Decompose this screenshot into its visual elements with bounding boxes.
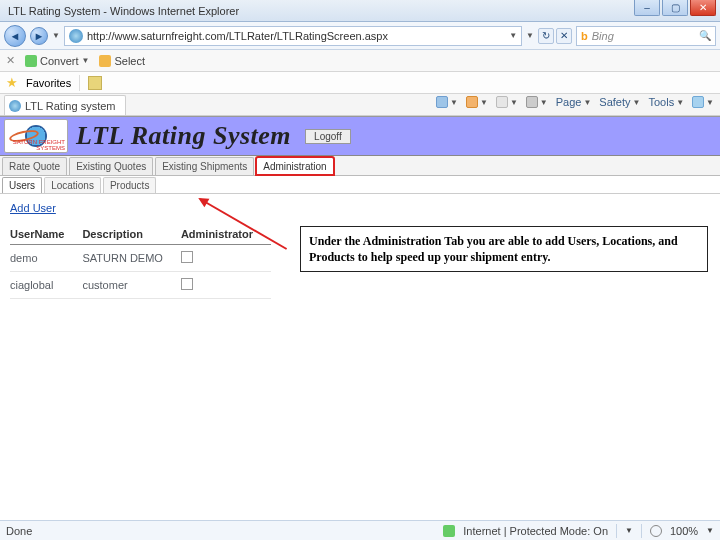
- cell-description: customer: [82, 272, 180, 299]
- status-bar: Done Internet | Protected Mode: On ▼ 100…: [0, 520, 720, 540]
- favorites-bar: ★ Favorites: [0, 72, 720, 94]
- tab-existing-shipments[interactable]: Existing Shipments: [155, 157, 254, 175]
- add-user-link[interactable]: Add User: [10, 202, 56, 214]
- select-button[interactable]: Select: [99, 55, 145, 67]
- subtab-products[interactable]: Products: [103, 177, 156, 193]
- tab-favicon: [9, 100, 21, 112]
- safety-menu-label: Safety: [599, 96, 630, 108]
- separator: [79, 75, 80, 91]
- browser-tab[interactable]: LTL Rating system: [4, 95, 126, 115]
- security-zone: Internet | Protected Mode: On: [463, 525, 608, 537]
- tab-existing-quotes[interactable]: Existing Quotes: [69, 157, 153, 175]
- zoom-dropdown-icon[interactable]: ▼: [625, 526, 633, 535]
- print-icon: [526, 96, 538, 108]
- favorites-item-icon[interactable]: [88, 76, 102, 90]
- table-row: demo SATURN DEMO: [10, 245, 271, 272]
- print-button[interactable]: ▼: [526, 96, 548, 108]
- cell-description: SATURN DEMO: [82, 245, 180, 272]
- stop-button[interactable]: ✕: [556, 28, 572, 44]
- refresh-controls: ↻ ✕: [538, 28, 572, 44]
- convert-toolbar: ✕ Convert▼ Select: [0, 50, 720, 72]
- safety-menu[interactable]: Safety▼: [599, 96, 640, 108]
- url-text: http://www.saturnfreight.com/LTLRater/LT…: [87, 30, 505, 42]
- main-nav: Rate Quote Existing Quotes Existing Ship…: [0, 156, 720, 176]
- window-title: LTL Rating System - Windows Internet Exp…: [4, 5, 716, 17]
- col-administrator: Administrator: [181, 224, 271, 245]
- col-description: Description: [82, 224, 180, 245]
- select-label: Select: [114, 55, 145, 67]
- table-header-row: UserName Description Administrator: [10, 224, 271, 245]
- back-button[interactable]: ◄: [4, 25, 26, 47]
- subtab-users[interactable]: Users: [2, 177, 42, 193]
- logo-text: SATURN FREIGHT SYSTEMS: [5, 139, 65, 151]
- users-table: UserName Description Administrator demo …: [10, 224, 271, 299]
- tools-menu-label: Tools: [648, 96, 674, 108]
- refresh-button[interactable]: ↻: [538, 28, 554, 44]
- maximize-button[interactable]: ▢: [662, 0, 688, 16]
- cell-username: ciaglobal: [10, 272, 82, 299]
- cell-administrator: [181, 272, 271, 299]
- command-bar: ▼ ▼ ▼ ▼ Page▼ Safety▼ Tools▼ ▼: [436, 96, 714, 108]
- favorites-star-icon[interactable]: ★: [6, 75, 18, 90]
- zoom-level: 100%: [670, 525, 698, 537]
- browser-tabbar: LTL Rating system ▼ ▼ ▼ ▼ Page▼ Safety▼ …: [0, 94, 720, 116]
- app-title: LTL Rating System: [76, 121, 291, 151]
- feeds-icon: [466, 96, 478, 108]
- admin-checkbox[interactable]: [181, 278, 193, 290]
- zoom-menu-icon[interactable]: ▼: [706, 526, 714, 535]
- search-box[interactable]: b Bing 🔍: [576, 26, 716, 46]
- col-username: UserName: [10, 224, 82, 245]
- tools-menu[interactable]: Tools▼: [648, 96, 684, 108]
- status-done: Done: [6, 525, 443, 537]
- browser-navbar: ◄ ► ▼ http://www.saturnfreight.com/LTLRa…: [0, 22, 720, 50]
- status-right: Internet | Protected Mode: On ▼ 100% ▼: [443, 524, 714, 538]
- select-icon: [99, 55, 111, 67]
- subtab-locations[interactable]: Locations: [44, 177, 101, 193]
- cell-username: demo: [10, 245, 82, 272]
- logoff-button[interactable]: Logoff: [305, 129, 351, 144]
- separator: [616, 524, 617, 538]
- page-menu[interactable]: Page▼: [556, 96, 592, 108]
- convert-label: Convert: [40, 55, 79, 67]
- sub-nav: Users Locations Products: [0, 176, 720, 194]
- convert-button[interactable]: Convert▼: [25, 55, 89, 67]
- bing-icon: b: [581, 30, 588, 42]
- page-content: SATURN FREIGHT SYSTEMS LTL Rating System…: [0, 116, 720, 520]
- search-placeholder: Bing: [592, 30, 695, 42]
- app-banner: SATURN FREIGHT SYSTEMS LTL Rating System…: [0, 116, 720, 156]
- help-button[interactable]: ▼: [692, 96, 714, 108]
- separator: [641, 524, 642, 538]
- forward-button[interactable]: ►: [30, 27, 48, 45]
- help-icon: [692, 96, 704, 108]
- home-button[interactable]: ▼: [436, 96, 458, 108]
- tab-label: LTL Rating system: [25, 100, 115, 112]
- site-icon: [69, 29, 83, 43]
- zoom-icon[interactable]: [650, 525, 662, 537]
- mail-icon: [496, 96, 508, 108]
- window-controls: – ▢ ✕: [634, 0, 716, 16]
- admin-checkbox[interactable]: [181, 251, 193, 263]
- search-go-icon[interactable]: 🔍: [699, 30, 711, 41]
- page-menu-label: Page: [556, 96, 582, 108]
- minimize-button[interactable]: –: [634, 0, 660, 16]
- home-icon: [436, 96, 448, 108]
- cell-administrator: [181, 245, 271, 272]
- favorites-label: Favorites: [26, 77, 71, 89]
- close-button[interactable]: ✕: [690, 0, 716, 16]
- table-row: ciaglobal customer: [10, 272, 271, 299]
- feeds-button[interactable]: ▼: [466, 96, 488, 108]
- annotation-callout: Under the Administration Tab you are abl…: [300, 226, 708, 272]
- tab-administration[interactable]: Administration: [256, 157, 333, 175]
- shield-icon: [443, 525, 455, 537]
- tab-rate-quote[interactable]: Rate Quote: [2, 157, 67, 175]
- address-dropdown-icon[interactable]: ▼: [509, 31, 517, 40]
- saturn-logo: SATURN FREIGHT SYSTEMS: [4, 119, 68, 153]
- window-titlebar: LTL Rating System - Windows Internet Exp…: [0, 0, 720, 22]
- convert-icon: [25, 55, 37, 67]
- mail-button[interactable]: ▼: [496, 96, 518, 108]
- address-bar[interactable]: http://www.saturnfreight.com/LTLRater/LT…: [64, 26, 522, 46]
